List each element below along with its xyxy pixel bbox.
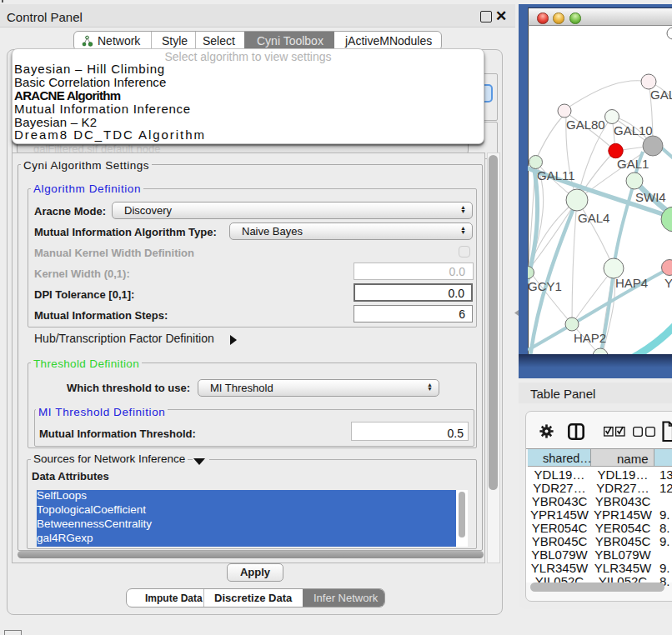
svg-text:YD: YD [664, 276, 672, 290]
svg-text:GAL80: GAL80 [566, 118, 605, 132]
svg-text:SWI4: SWI4 [635, 190, 666, 204]
svg-text:GAL10: GAL10 [614, 123, 653, 138]
svg-text:GAL7: GAL7 [650, 88, 672, 102]
svg-text:HAP4: HAP4 [615, 276, 648, 290]
svg-text:GAL4: GAL4 [578, 211, 609, 225]
svg-text:HAP2: HAP2 [574, 331, 606, 345]
svg-text:GAL11: GAL11 [537, 168, 575, 182]
svg-text:GCY1: GCY1 [528, 279, 562, 293]
svg-text:GAL1: GAL1 [617, 157, 649, 171]
